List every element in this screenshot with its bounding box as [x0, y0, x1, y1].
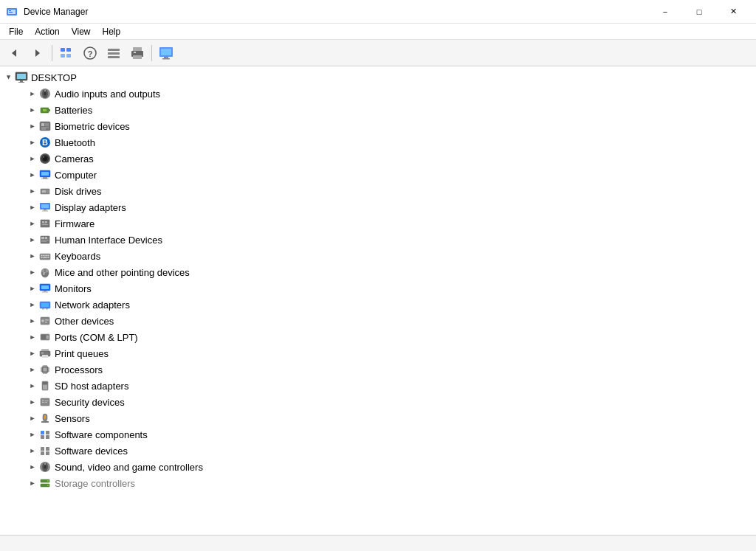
tree-item-sensors[interactable]: ► Sensors: [0, 410, 756, 426]
svg-rect-51: [42, 190, 46, 193]
cameras-chevron: ►: [27, 153, 38, 164]
security-icon: [38, 395, 52, 409]
svg-rect-55: [41, 204, 49, 208]
toolbar-separator-1: [52, 45, 52, 61]
print-label: Print queues: [55, 348, 109, 359]
svg-rect-81: [41, 285, 49, 289]
svg-rect-14: [108, 56, 120, 58]
security-chevron: ►: [27, 396, 38, 408]
biometric-icon: [38, 119, 52, 133]
svg-point-149: [47, 485, 49, 486]
properties-button[interactable]: [155, 43, 177, 63]
svg-point-45: [43, 156, 44, 158]
disk-chevron: ►: [27, 185, 38, 197]
help-toolbar-button[interactable]: ?: [79, 43, 101, 63]
title-bar-left: Device Manager: [6, 6, 88, 18]
svg-point-96: [43, 335, 44, 336]
svg-rect-32: [49, 109, 50, 111]
ports-icon: [38, 330, 52, 344]
tree-item-cameras[interactable]: ► Cameras: [0, 150, 756, 167]
ports-label: Ports (COM & LPT): [55, 332, 138, 343]
tree-item-processors[interactable]: ► Proces: [0, 361, 756, 378]
svg-rect-69: [41, 255, 43, 257]
svg-rect-125: [43, 385, 47, 389]
svg-rect-70: [44, 255, 45, 257]
svg-rect-91: [45, 322, 47, 323]
network-label: Network adapters: [55, 299, 130, 311]
svg-rect-33: [43, 109, 47, 111]
tree-item-print[interactable]: ► Print queues: [0, 345, 756, 361]
svg-rect-59: [42, 221, 44, 223]
tree-item-audio[interactable]: ► Audio inputs and outputs: [0, 86, 756, 102]
tree-item-software-devices[interactable]: ► Software devices: [0, 443, 756, 459]
sd-label: SD host adapters: [55, 381, 128, 392]
svg-rect-25: [20, 80, 23, 82]
svg-point-145: [44, 465, 47, 469]
svg-rect-82: [44, 291, 47, 292]
computer-label: Computer: [55, 170, 97, 181]
tree-item-storage[interactable]: ► Storage controllers: [0, 475, 756, 491]
tree-root[interactable]: ► DESKTOP: [0, 69, 756, 86]
tree-item-monitors[interactable]: ► Monitors: [0, 280, 756, 297]
tree-item-security[interactable]: ► Security devices: [0, 394, 756, 410]
svg-marker-5: [35, 49, 40, 57]
tree-item-computer[interactable]: ► Computer: [0, 167, 756, 183]
sensors-label: Sensors: [55, 413, 90, 424]
tree-item-bluetooth[interactable]: ► B Bluetooth: [0, 134, 756, 150]
tree-item-other[interactable]: ► Other devices: [0, 313, 756, 329]
svg-rect-71: [46, 255, 47, 257]
tree-item-software-components[interactable]: ► Software components: [0, 426, 756, 443]
minimize-button[interactable]: −: [648, 0, 682, 24]
tree-item-network[interactable]: ► Network adapters: [0, 297, 756, 313]
device-tree[interactable]: ► DESKTOP ► Au: [0, 66, 756, 535]
tree-item-keyboards[interactable]: ► Keyboards: [0, 248, 756, 264]
svg-point-89: [41, 319, 44, 322]
forward-button[interactable]: [27, 43, 49, 63]
menu-help[interactable]: Help: [97, 25, 127, 38]
svg-rect-133: [41, 421, 49, 423]
svg-rect-87: [46, 308, 48, 310]
audio-icon: [38, 87, 52, 100]
network-chevron: ►: [27, 299, 38, 311]
svg-rect-67: [45, 237, 47, 239]
tree-item-batteries[interactable]: ► Batteries: [0, 102, 756, 118]
keyboards-icon: [38, 249, 52, 263]
svg-rect-144: [44, 462, 46, 465]
close-button[interactable]: ✕: [716, 0, 750, 24]
maximize-button[interactable]: □: [682, 0, 716, 24]
svg-rect-137: [46, 435, 49, 439]
svg-point-128: [43, 401, 44, 402]
svg-rect-86: [42, 308, 44, 310]
svg-rect-141: [46, 451, 49, 455]
processors-label: Processors: [55, 364, 103, 375]
hid-label: Human Interface Devices: [55, 235, 162, 246]
cameras-icon: [38, 152, 52, 165]
tree-item-disk[interactable]: ► Disk drives: [0, 183, 756, 199]
tree-item-hid[interactable]: ► Human Interface Devices: [0, 232, 756, 248]
tree-item-firmware[interactable]: ► Firmware: [0, 215, 756, 232]
tree-item-sd[interactable]: ► SD host adapters: [0, 378, 756, 394]
svg-rect-85: [41, 303, 49, 307]
list-view-button[interactable]: [103, 43, 125, 63]
tree-item-display[interactable]: ► Display adapters: [0, 199, 756, 215]
menu-view[interactable]: View: [66, 25, 97, 38]
other-icon: [38, 314, 52, 328]
hid-icon: [38, 233, 52, 246]
display-icon: [38, 201, 52, 214]
menu-file[interactable]: File: [3, 25, 29, 38]
svg-marker-4: [12, 49, 16, 57]
storage-icon: [38, 477, 52, 490]
tree-item-sound[interactable]: ► Sound, video and game controllers: [0, 459, 756, 475]
tree-item-biometric[interactable]: ► Biometric devices: [0, 118, 756, 134]
tree-item-ports[interactable]: ► Ports (COM & LPT): [0, 329, 756, 345]
tree-item-mice[interactable]: ► Mice and other pointing devices: [0, 264, 756, 280]
back-button[interactable]: [3, 43, 25, 63]
svg-point-95: [41, 338, 43, 339]
disk-icon: [38, 184, 52, 198]
print-button[interactable]: [126, 43, 148, 63]
svg-rect-65: [41, 240, 49, 240]
biometric-chevron: ►: [27, 120, 38, 132]
show-devices-button[interactable]: [55, 43, 78, 63]
processors-chevron: ►: [27, 364, 38, 375]
menu-action[interactable]: Action: [29, 25, 65, 38]
